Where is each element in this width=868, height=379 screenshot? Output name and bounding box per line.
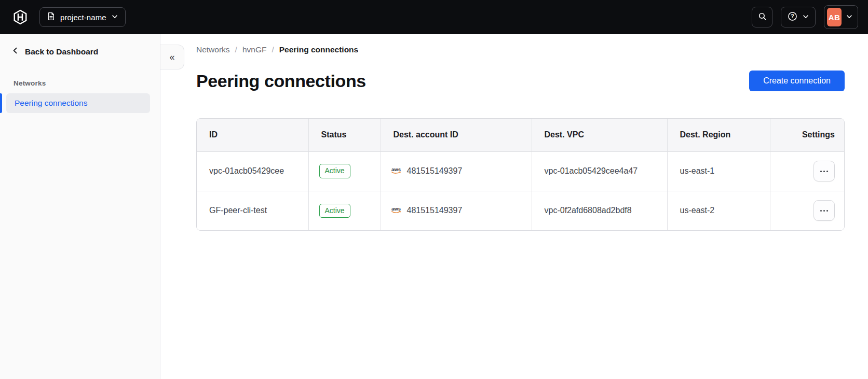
svg-text:aws: aws — [391, 166, 401, 172]
breadcrumb-current: Peering connections — [279, 45, 358, 54]
avatar: AB — [827, 8, 842, 26]
back-to-dashboard-link[interactable]: Back to Dashboard — [11, 47, 160, 57]
cell-settings — [770, 191, 845, 230]
chevron-down-icon — [802, 13, 809, 22]
account-id-value: 481515149397 — [407, 206, 463, 215]
cell-vpc: vpc-0f2afd6808ad2bdf8 — [532, 191, 667, 230]
sidebar-section-networks: Networks — [13, 79, 160, 87]
peering-connections-table: ID Status Dest. account ID Dest. VPC Des… — [196, 118, 845, 231]
cell-account: aws 481515149397 — [381, 151, 532, 191]
svg-text:aws: aws — [391, 205, 401, 211]
table-row: GF-peer-cli-test Active aws — [197, 191, 845, 230]
chevron-down-icon — [846, 13, 853, 22]
row-settings-button[interactable] — [813, 200, 835, 221]
sidebar-item-label: Peering connections — [15, 99, 87, 108]
sidebar: Back to Dashboard Networks Peering conne… — [0, 34, 160, 379]
cell-account: aws 481515149397 — [381, 191, 532, 230]
sidebar-collapse-button[interactable]: « — [160, 45, 184, 69]
breadcrumb-separator: / — [235, 45, 237, 54]
breadcrumb-networks[interactable]: Networks — [196, 45, 230, 54]
project-selector[interactable]: project-name — [39, 7, 126, 27]
account-id-value: 481515149397 — [407, 166, 463, 176]
help-menu-button[interactable]: ? — [781, 7, 816, 27]
document-icon — [47, 12, 56, 22]
ellipsis-icon — [820, 171, 822, 172]
breadcrumb-separator: / — [272, 45, 274, 54]
cell-id: GF-peer-cli-test — [197, 191, 308, 230]
status-badge: Active — [319, 204, 350, 218]
breadcrumb-hvn[interactable]: hvnGF — [242, 45, 267, 54]
aws-icon: aws — [390, 166, 402, 177]
cell-status: Active — [308, 191, 381, 230]
account-menu-button[interactable]: AB — [824, 5, 858, 29]
main-content: « Networks / hvnGF / Peering connections… — [160, 34, 868, 379]
page-title: Peering connections — [196, 71, 366, 91]
cell-status: Active — [308, 151, 381, 191]
ellipsis-icon — [820, 210, 822, 212]
cell-region: us-east-1 — [667, 151, 770, 191]
active-item-accent-bar — [0, 93, 2, 113]
sidebar-item-peering-connections[interactable]: Peering connections — [6, 93, 150, 113]
table-row: vpc-01acb05429cee Active aws — [197, 151, 845, 191]
chevron-down-icon — [111, 13, 118, 22]
column-header-status: Status — [308, 119, 381, 151]
column-header-account: Dest. account ID — [381, 119, 532, 151]
row-settings-button[interactable] — [813, 161, 835, 181]
status-badge: Active — [319, 164, 350, 178]
aws-icon: aws — [390, 205, 402, 216]
hashicorp-logo-icon — [12, 9, 28, 25]
breadcrumb: Networks / hvnGF / Peering connections — [196, 45, 845, 55]
project-selector-label: project-name — [60, 13, 106, 22]
back-to-dashboard-label: Back to Dashboard — [25, 47, 98, 57]
svg-text:?: ? — [791, 13, 794, 19]
search-button[interactable] — [752, 7, 772, 27]
chevron-left-icon — [11, 47, 19, 57]
column-header-vpc: Dest. VPC — [532, 119, 667, 151]
cell-settings — [770, 151, 845, 191]
cell-region: us-east-2 — [667, 191, 770, 230]
column-header-region: Dest. Region — [667, 119, 770, 151]
table-header-row: ID Status Dest. account ID Dest. VPC Des… — [197, 119, 845, 151]
topbar: project-name ? — [0, 0, 868, 34]
cell-vpc: vpc-01acb05429cee4a47 — [532, 151, 667, 191]
search-icon — [758, 12, 767, 22]
collapse-double-chevron-icon: « — [169, 52, 174, 63]
column-header-settings: Settings — [770, 119, 845, 151]
column-header-id: ID — [197, 119, 308, 151]
help-icon: ? — [788, 11, 797, 23]
cell-id: vpc-01acb05429cee — [197, 151, 308, 191]
create-connection-button[interactable]: Create connection — [749, 71, 845, 91]
